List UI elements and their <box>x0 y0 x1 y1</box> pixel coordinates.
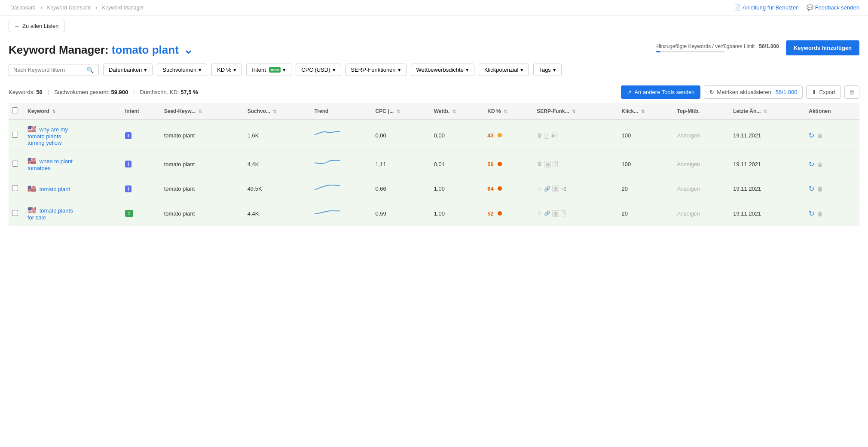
refresh-row-button[interactable]: ↻ <box>809 131 814 140</box>
feedback-icon: 💬 <box>807 4 813 11</box>
serp-link-icon: 🔗 <box>544 186 550 192</box>
sort-icon: ⇅ <box>52 109 55 114</box>
chevron-down-icon: ▾ <box>520 67 523 73</box>
delete-row-button[interactable]: 🗑 <box>817 185 823 192</box>
th-aktionen: Aktionen <box>805 103 859 119</box>
chevron-down-icon: ▾ <box>144 67 147 73</box>
stats-left: Keywords: 56 | Suchvolumen gesamt: 59.90… <box>9 89 198 95</box>
row-intent-cell: I <box>122 177 161 201</box>
th-select-all <box>9 103 24 119</box>
anzeigen-link[interactable]: Anzeigen <box>677 132 700 139</box>
add-keywords-button[interactable]: Keywords hinzufügen <box>786 40 859 55</box>
row-top-mitb-cell: Anzeigen <box>673 152 730 177</box>
row-top-mitb-cell: Anzeigen <box>673 177 730 201</box>
wettb-filter[interactable]: Wettbewerbsdichte ▾ <box>411 64 474 76</box>
serp-image-icon: ▦ <box>544 161 551 167</box>
avg-kd-stat: Durchschn. KD: 57,5 % <box>140 89 198 95</box>
export-button[interactable]: ⬆ Export <box>806 85 841 99</box>
select-all-checkbox[interactable] <box>12 107 18 113</box>
th-intent: Intent <box>122 103 161 119</box>
row-wettb-cell: 1,00 <box>431 201 484 226</box>
intent-new-badge: new <box>269 67 281 73</box>
th-seed-keyword[interactable]: Seed-Keyw... ⇅ <box>161 103 244 119</box>
guide-link[interactable]: 📄 Anleitung für Benutzer <box>734 4 798 11</box>
row-checkbox-cell <box>9 201 24 226</box>
row-keyword-cell: 🇺🇸 tomato plant <box>24 177 122 201</box>
serp-filter[interactable]: SERP-Funktionen ▾ <box>345 64 406 76</box>
tags-filter[interactable]: Tags ▾ <box>533 64 561 76</box>
chevron-down-icon: ▾ <box>233 67 236 73</box>
serp-star-icon: ☆ <box>537 210 542 217</box>
serp-question-icon: ? <box>544 133 549 139</box>
delete-row-button[interactable]: 🗑 <box>817 161 823 168</box>
row-checkbox[interactable] <box>12 132 18 138</box>
row-keyword-cell: 🇺🇸 tomato plantsfor sale <box>24 201 122 226</box>
th-klick[interactable]: Klick... ⇅ <box>618 103 674 119</box>
kd-filter[interactable]: KD % ▾ <box>211 64 242 76</box>
klick-filter[interactable]: Klickpotenzial ▾ <box>479 64 529 76</box>
chevron-down-icon: ▾ <box>466 67 469 73</box>
anzeigen-link[interactable]: Anzeigen <box>677 210 700 217</box>
search-input[interactable] <box>13 67 86 73</box>
keyword-link[interactable]: tomato plant <box>40 186 70 192</box>
table-header-row: Keyword ⇅ Intent Seed-Keyw... ⇅ Suchvo..… <box>9 103 859 119</box>
kd-dot <box>498 133 502 137</box>
th-cpc[interactable]: CPC (... ⇅ <box>372 103 431 119</box>
sort-icon: ⇅ <box>641 109 645 114</box>
back-button[interactable]: ← Zu allen Listen <box>9 20 64 32</box>
serp-star-icon: ☆ <box>537 185 542 193</box>
delete-row-button[interactable]: 🗑 <box>817 210 823 217</box>
keywords-stat: Keywords: 56 <box>9 89 43 95</box>
delete-row-button[interactable]: 🗑 <box>817 132 823 139</box>
send-button[interactable]: ↗ An andere Tools senden <box>621 85 700 99</box>
anzeigen-link[interactable]: Anzeigen <box>677 161 700 167</box>
refresh-row-button[interactable]: ↻ <box>809 160 814 168</box>
row-serp-cell: ♛?▶ <box>533 119 618 152</box>
row-trend-cell <box>311 152 372 177</box>
row-checkbox[interactable] <box>12 185 18 191</box>
flag-icon: 🇺🇸 <box>28 185 36 192</box>
delete-all-button[interactable]: 🗑 <box>844 85 859 99</box>
intent-badge: I <box>125 185 131 192</box>
kd-dot <box>498 186 502 191</box>
feedback-link[interactable]: 💬 Feedback senden <box>807 4 859 11</box>
cpc-filter[interactable]: CPC (USD) ▾ <box>296 64 341 76</box>
trend-sparkline <box>315 158 340 170</box>
row-top-mitb-cell: Anzeigen <box>673 119 730 152</box>
refresh-row-button[interactable]: ↻ <box>809 210 814 218</box>
page-title: Keyword Manager: tomato plant ⌄ <box>9 43 193 57</box>
row-klick-cell: 20 <box>618 201 674 226</box>
chevron-down-icon: ▾ <box>553 67 556 73</box>
row-checkbox[interactable] <box>12 161 18 167</box>
title-dropdown-icon[interactable]: ⌄ <box>183 43 193 56</box>
anzeigen-link[interactable]: Anzeigen <box>677 185 700 192</box>
search-input-wrap: 🔍 <box>9 64 99 76</box>
th-letzte-aen[interactable]: Letzte Än... ⇅ <box>730 103 805 119</box>
row-trend-cell <box>311 119 372 152</box>
row-trend-cell <box>311 177 372 201</box>
keywords-table: Keyword ⇅ Intent Seed-Keyw... ⇅ Suchvo..… <box>9 103 859 226</box>
th-kd[interactable]: KD % ⇅ <box>484 103 533 119</box>
top-links: 📄 Anleitung für Benutzer 💬 Feedback send… <box>734 4 859 11</box>
th-serp[interactable]: SERP-Funk... ⇅ <box>533 103 618 119</box>
serp-icons-group: ♛▦? <box>537 160 614 168</box>
databases-filter[interactable]: Datenbanken ▾ <box>103 64 153 76</box>
table-body: 🇺🇸 why are mytomato plantsturning yellow… <box>9 119 859 226</box>
intent-filter[interactable]: Intent new ▾ <box>246 64 291 76</box>
th-search-volume[interactable]: Suchvo... ⇅ <box>244 103 311 119</box>
limit-bar <box>656 51 725 52</box>
row-volume-cell: 4,4K <box>244 152 311 177</box>
th-keyword[interactable]: Keyword ⇅ <box>24 103 122 119</box>
row-checkbox[interactable] <box>12 210 18 216</box>
serp-play-icon: ▶ <box>551 133 557 138</box>
row-wettb-cell: 1,00 <box>431 177 484 201</box>
row-top-mitb-cell: Anzeigen <box>673 201 730 226</box>
update-button[interactable]: ↻ Metriken aktualisieren 56/1.000 <box>704 85 803 99</box>
breadcrumb-keyword-manager[interactable]: Keyword Manager <box>102 5 144 11</box>
row-intent-cell: T <box>122 201 161 226</box>
refresh-row-button[interactable]: ↻ <box>809 185 814 193</box>
suchvolumen-filter[interactable]: Suchvolumen ▾ <box>157 64 207 76</box>
th-wettb[interactable]: Wettb. ⇅ <box>431 103 484 119</box>
breadcrumb-keyword-overview[interactable]: Keyword-Übersicht <box>47 5 90 11</box>
breadcrumb-dashboard[interactable]: Dashboard <box>10 5 36 11</box>
